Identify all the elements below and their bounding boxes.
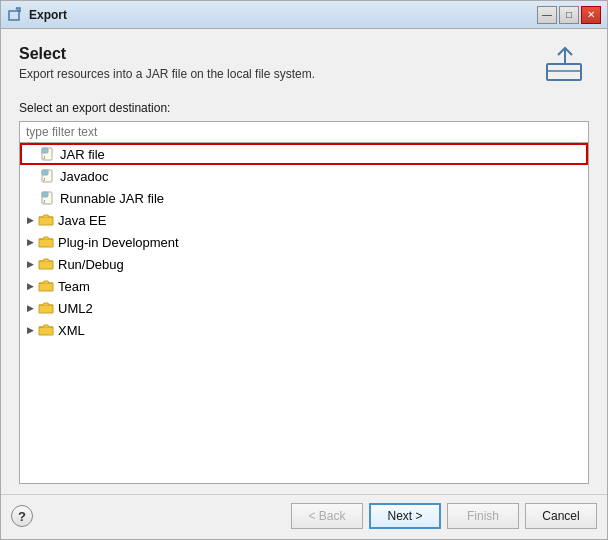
bottom-bar: ? < Back Next > Finish Cancel — [1, 494, 607, 539]
svg-rect-6 — [42, 148, 48, 153]
team-folder-icon — [38, 278, 54, 294]
java-ee-label: Java EE — [58, 213, 106, 228]
content-area: Select Export resources into a JAR file … — [1, 29, 607, 494]
svg-rect-9 — [42, 170, 48, 175]
team-arrow: ▶ — [24, 280, 36, 292]
tree-item-jar-file[interactable]: J JAR file — [20, 143, 588, 165]
java-ee-arrow: ▶ — [24, 214, 36, 226]
run-debug-arrow: ▶ — [24, 258, 36, 270]
section-label: Select an export destination: — [19, 101, 589, 115]
team-label: Team — [58, 279, 90, 294]
page-subtitle: Export resources into a JAR file on the … — [19, 67, 541, 81]
uml2-label: UML2 — [58, 301, 93, 316]
svg-rect-2 — [547, 64, 581, 80]
svg-rect-12 — [42, 192, 48, 197]
javadoc-label: Javadoc — [60, 169, 108, 184]
window-icon — [7, 7, 23, 23]
java-ee-folder-icon — [38, 212, 54, 228]
uml2-folder-icon — [38, 300, 54, 316]
plugin-dev-arrow: ▶ — [24, 236, 36, 248]
back-button[interactable]: < Back — [291, 503, 363, 529]
minimize-button[interactable]: — — [537, 6, 557, 24]
run-debug-label: Run/Debug — [58, 257, 124, 272]
tree-item-xml[interactable]: ▶ XML — [20, 319, 588, 341]
tree-item-runnable-jar[interactable]: J Runnable JAR file — [20, 187, 588, 209]
close-button[interactable]: ✕ — [581, 6, 601, 24]
xml-arrow: ▶ — [24, 324, 36, 336]
page-header: Select Export resources into a JAR file … — [19, 45, 589, 85]
tree-container[interactable]: J JAR file J Javadoc — [19, 143, 589, 484]
javadoc-icon: J — [40, 168, 56, 184]
cancel-button[interactable]: Cancel — [525, 503, 597, 529]
plugin-dev-label: Plug-in Development — [58, 235, 179, 250]
tree-item-run-debug[interactable]: ▶ Run/Debug — [20, 253, 588, 275]
tree-item-plugin-dev[interactable]: ▶ Plug-in Development — [20, 231, 588, 253]
tree-item-javadoc[interactable]: J Javadoc — [20, 165, 588, 187]
export-graphic-icon — [543, 46, 587, 84]
svg-text:J: J — [43, 199, 45, 204]
header-text: Select Export resources into a JAR file … — [19, 45, 541, 81]
tree-item-uml2[interactable]: ▶ UML2 — [20, 297, 588, 319]
title-bar: Export — □ ✕ — [1, 1, 607, 29]
window-title: Export — [29, 8, 537, 22]
svg-text:J: J — [43, 177, 45, 182]
next-button[interactable]: Next > — [369, 503, 441, 529]
tree-item-java-ee[interactable]: ▶ Java EE — [20, 209, 588, 231]
plugin-dev-folder-icon — [38, 234, 54, 250]
jar-file-label: JAR file — [60, 147, 105, 162]
svg-text:J: J — [43, 155, 45, 160]
runnable-jar-label: Runnable JAR file — [60, 191, 164, 206]
uml2-arrow: ▶ — [24, 302, 36, 314]
tree-item-team[interactable]: ▶ Team — [20, 275, 588, 297]
navigation-buttons: < Back Next > Finish Cancel — [291, 503, 597, 529]
svg-rect-0 — [9, 11, 19, 20]
page-title: Select — [19, 45, 541, 63]
xml-label: XML — [58, 323, 85, 338]
filter-input[interactable] — [19, 121, 589, 143]
window-controls: — □ ✕ — [537, 6, 601, 24]
finish-button[interactable]: Finish — [447, 503, 519, 529]
header-icon-area — [541, 45, 589, 85]
runnable-jar-icon: J — [40, 190, 56, 206]
export-dialog: Export — □ ✕ Select Export resources int… — [0, 0, 608, 540]
help-button[interactable]: ? — [11, 505, 33, 527]
xml-folder-icon — [38, 322, 54, 338]
jar-file-icon: J — [40, 146, 56, 162]
run-debug-folder-icon — [38, 256, 54, 272]
maximize-button[interactable]: □ — [559, 6, 579, 24]
